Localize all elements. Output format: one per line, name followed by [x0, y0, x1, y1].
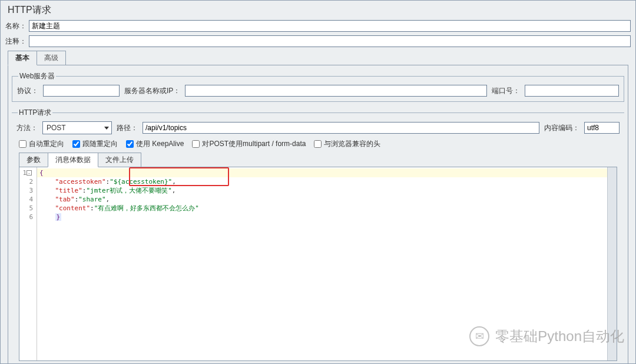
subtab-params[interactable]: 参数 — [19, 153, 48, 167]
protocol-label: 协议： — [17, 86, 38, 96]
method-value: POST — [47, 124, 66, 132]
line-gutter: 1- 23456 — [19, 167, 37, 360]
path-label: 路径： — [117, 123, 138, 133]
port-label: 端口号： — [492, 86, 520, 96]
follow-redirect-checkbox[interactable]: 跟随重定向 — [72, 139, 118, 149]
body-editor[interactable]: 1- 23456 { "accesstoken":"${accesstoken}… — [19, 167, 617, 361]
browser-headers-checkbox[interactable]: 与浏览器兼容的头 — [314, 139, 380, 149]
chevron-down-icon — [104, 127, 109, 130]
subtab-body[interactable]: 消息体数据 — [48, 153, 98, 167]
tab-advanced[interactable]: 高级 — [37, 51, 66, 65]
method-select[interactable]: POST — [42, 121, 112, 134]
server-input[interactable] — [185, 85, 487, 97]
keepalive-checkbox[interactable]: 使用 KeepAlive — [126, 139, 184, 149]
multipart-checkbox[interactable]: 对POST使用multipart / form-data — [192, 139, 306, 149]
path-input[interactable] — [143, 122, 539, 134]
webserver-group: Web服务器 协议： 服务器名称或IP： 端口号： — [12, 71, 624, 102]
encoding-label: 内容编码： — [544, 123, 579, 133]
panel-title: HTTP请求 — [8, 4, 631, 16]
subtab-upload[interactable]: 文件上传 — [98, 153, 141, 167]
name-input[interactable] — [29, 20, 631, 32]
comment-label: 注释： — [5, 37, 29, 47]
httpreq-legend: HTTP请求 — [18, 108, 52, 118]
name-label: 名称： — [5, 21, 29, 31]
protocol-input[interactable] — [43, 85, 120, 97]
httpreq-group: HTTP请求 方法： POST 路径： 内容编码： 自动重定向 跟随重定向 使用… — [12, 108, 624, 361]
fold-icon[interactable]: - — [26, 170, 32, 176]
webserver-legend: Web服务器 — [18, 71, 56, 81]
tab-basic[interactable]: 基本 — [8, 51, 37, 65]
server-label: 服务器名称或IP： — [124, 86, 180, 96]
comment-input[interactable] — [29, 35, 631, 47]
method-label: 方法： — [16, 123, 38, 133]
port-input[interactable] — [525, 85, 619, 97]
auto-redirect-checkbox[interactable]: 自动重定向 — [19, 139, 64, 149]
vertical-scrollbar[interactable] — [607, 167, 617, 360]
encoding-input[interactable] — [584, 122, 620, 134]
